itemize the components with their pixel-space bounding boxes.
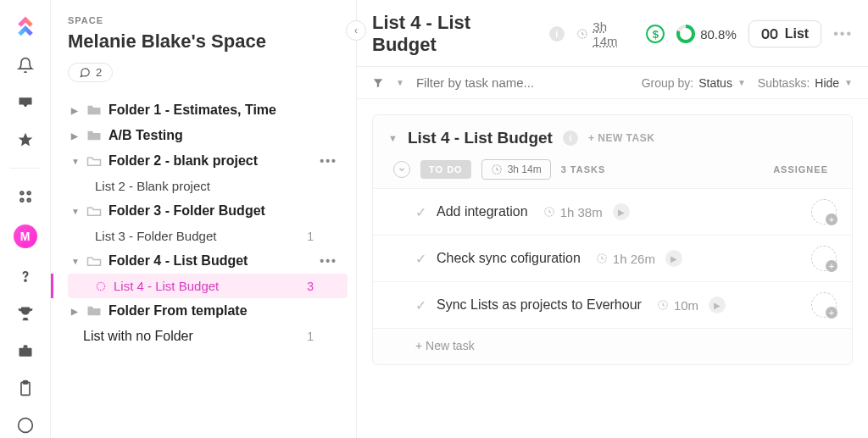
tree-folder[interactable]: ▶Folder From template (68, 298, 348, 324)
svg-point-4 (25, 280, 26, 281)
new-task-inline[interactable]: + New task (373, 328, 852, 364)
assignee-add[interactable] (811, 199, 837, 225)
collapse-status-icon[interactable] (393, 161, 410, 178)
play-icon[interactable]: ▶ (665, 250, 682, 267)
apps-icon[interactable] (16, 187, 35, 206)
task-count: 3 TASKS (561, 164, 606, 175)
group-by-label: Group by: (642, 76, 693, 90)
briefcase-icon[interactable] (16, 341, 35, 360)
tree-folder[interactable]: ▼Folder 2 - blank project••• (68, 148, 348, 174)
filter-icon[interactable] (372, 77, 384, 89)
task-name[interactable]: Check sync cofiguration (437, 251, 581, 266)
tree-label: List with no Folder (83, 329, 193, 344)
gauge-icon[interactable] (16, 416, 35, 435)
tree-list-active[interactable]: List 4 - List Budget3 (68, 274, 348, 298)
chevron-down-icon[interactable]: ▼ (396, 78, 404, 87)
item-count-badge: 3 (307, 280, 314, 293)
view-label: List (785, 26, 809, 42)
svg-rect-7 (23, 381, 27, 384)
donut-icon (676, 25, 695, 43)
progress-value: 80.8% (700, 27, 737, 42)
svg-point-3 (27, 199, 30, 202)
task-time[interactable]: 1h 26m (596, 252, 655, 266)
tree-list[interactable]: List with no Folder1 (68, 324, 348, 349)
task-name[interactable]: Add integration (437, 204, 528, 219)
app-logo[interactable] (14, 14, 37, 37)
clipboard-icon[interactable] (16, 379, 35, 397)
svg-rect-12 (771, 30, 776, 38)
svg-point-2 (20, 199, 23, 202)
star-icon[interactable] (16, 130, 35, 149)
svg-rect-11 (762, 30, 768, 38)
task-time[interactable]: 1h 38m (543, 205, 603, 219)
space-title: Melanie Blake's Space (68, 30, 348, 53)
group-time-value: 3h 14m (508, 164, 542, 175)
subtasks-selector[interactable]: Subtasks: Hide ▼ (758, 76, 853, 90)
status-badge[interactable]: TO DO (420, 160, 471, 179)
tree-folder[interactable]: ▶A/B Testing (68, 123, 348, 148)
nav-rail: M (0, 0, 51, 438)
tree-folder[interactable]: ▼Folder 4 - List Budget••• (68, 248, 348, 274)
list-title: List 4 - List Budget (372, 12, 537, 56)
group-by-selector[interactable]: Group by: Status ▼ (642, 76, 746, 90)
progress-indicator[interactable]: 80.8% (676, 25, 737, 43)
task-group: ▼ List 4 - List Budget i + NEW TASK TO D… (372, 114, 853, 365)
tree-list[interactable]: List 2 - Blank project (68, 174, 348, 198)
new-task-button[interactable]: + NEW TASK (588, 132, 654, 144)
folder-more-icon[interactable]: ••• (320, 254, 337, 268)
space-label: SPACE (68, 15, 348, 25)
group-time-pill[interactable]: 3h 14m (481, 159, 551, 180)
tree-label: A/B Testing (108, 128, 183, 143)
subtasks-value: Hide (815, 76, 839, 90)
help-icon[interactable] (16, 267, 35, 286)
tree-folder[interactable]: ▼Folder 3 - Folder Budget (68, 198, 348, 224)
trophy-icon[interactable] (16, 304, 35, 323)
task-time[interactable]: 10m (657, 298, 698, 313)
filter-input[interactable] (416, 75, 603, 90)
task-row[interactable]: ✓ Check sync cofiguration 1h 26m ▶ (373, 235, 852, 281)
collapse-sidebar-button[interactable]: ‹ (346, 20, 366, 41)
space-tree: ▶Folder 1 - Estimates, Time ▶A/B Testing… (68, 97, 348, 349)
comments-pill[interactable]: 2 (68, 63, 113, 82)
assignee-add[interactable] (811, 292, 837, 318)
assignee-add[interactable] (811, 246, 837, 271)
budget-icon[interactable]: $ (646, 25, 665, 43)
group-title: List 4 - List Budget (408, 129, 553, 147)
header-time[interactable]: 3h 14m (576, 19, 635, 48)
group-by-value: Status (698, 76, 732, 90)
tree-label: Folder 4 - List Budget (108, 253, 248, 269)
chevron-down-icon: ▼ (737, 78, 746, 87)
header-more-icon[interactable]: ••• (833, 26, 853, 42)
folder-more-icon[interactable]: ••• (320, 154, 337, 168)
tree-label: List 2 - Blank project (95, 179, 210, 193)
svg-point-1 (27, 191, 30, 194)
task-row[interactable]: ✓ Add integration 1h 38m ▶ (373, 188, 852, 235)
tree-label: Folder From template (108, 303, 248, 319)
svg-point-9 (97, 282, 104, 290)
inbox-icon[interactable] (16, 93, 35, 112)
tree-list[interactable]: List 3 - Folder Budget1 (68, 224, 348, 248)
play-icon[interactable]: ▶ (709, 297, 726, 313)
chevron-down-icon[interactable]: ▼ (388, 133, 398, 143)
tree-label: Folder 1 - Estimates, Time (108, 103, 276, 118)
play-icon[interactable]: ▶ (613, 203, 630, 220)
task-name[interactable]: Sync Lists as projects to Everhour (437, 297, 642, 313)
subtasks-label: Subtasks: (758, 76, 810, 90)
check-icon[interactable]: ✓ (415, 297, 426, 313)
view-switcher[interactable]: List (748, 20, 821, 47)
info-icon[interactable]: i (549, 26, 565, 42)
user-avatar[interactable]: M (14, 225, 37, 248)
tree-label: List 3 - Folder Budget (95, 229, 216, 243)
tree-folder[interactable]: ▶Folder 1 - Estimates, Time (68, 97, 348, 123)
main-panel: List 4 - List Budget i 3h 14m $ 80.8% Li… (356, 0, 868, 438)
chevron-down-icon: ▼ (844, 78, 853, 87)
tree-label: Folder 3 - Folder Budget (108, 203, 265, 219)
info-icon[interactable]: i (563, 130, 578, 146)
bell-icon[interactable] (16, 56, 35, 75)
toolbar: ▼ Group by: Status ▼ Subtasks: Hide ▼ (357, 67, 868, 99)
check-icon[interactable]: ✓ (415, 251, 426, 267)
tree-label: Folder 2 - blank project (108, 153, 258, 169)
task-row[interactable]: ✓ Sync Lists as projects to Everhour 10m… (373, 281, 852, 328)
tree-label: List 4 - List Budget (114, 279, 219, 293)
check-icon[interactable]: ✓ (415, 204, 426, 220)
